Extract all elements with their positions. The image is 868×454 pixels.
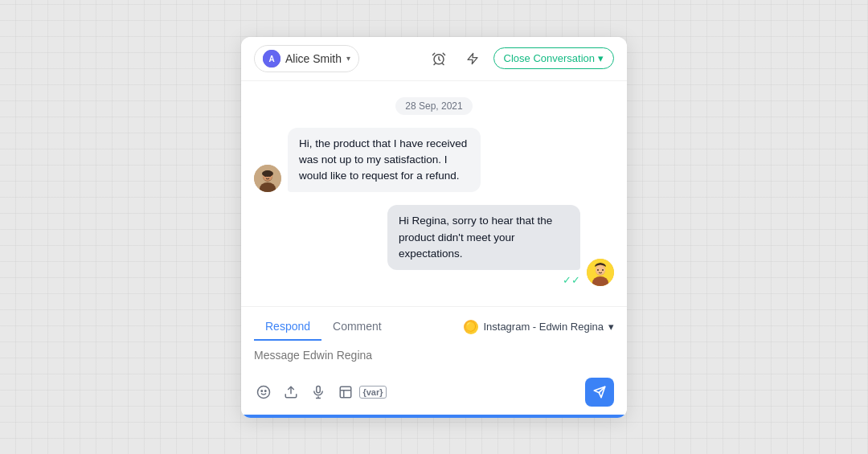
var-label: {var}	[359, 386, 386, 399]
message-row: Hi, the product that I have received was…	[254, 128, 614, 193]
contact-avatar-small: A	[263, 50, 280, 67]
bolt-icon[interactable]	[460, 46, 485, 72]
channel-selector[interactable]: 🟡 Instagram - Edwin Regina ▾	[464, 320, 614, 334]
svg-point-19	[265, 390, 267, 391]
chat-window: A Alice Smith ▾	[241, 37, 627, 418]
mic-icon[interactable]	[309, 382, 328, 402]
toolbar-row: {var}	[241, 373, 627, 415]
svg-point-8	[262, 170, 273, 177]
send-button[interactable]	[585, 378, 614, 407]
header-left: A Alice Smith ▾	[254, 45, 359, 72]
bottom-bar	[241, 415, 627, 418]
header-right: Close Conversation ▾	[426, 46, 614, 72]
channel-chevron-icon: ▾	[608, 321, 614, 333]
svg-rect-21	[317, 386, 321, 392]
incoming-message-bubble: Hi, the product that I have received was…	[288, 128, 481, 193]
tab-comment[interactable]: Comment	[321, 313, 393, 341]
svg-point-16	[602, 269, 604, 271]
message-row-outgoing: Hi Regina, sorry to hear that the produc…	[254, 205, 614, 286]
alarm-icon[interactable]	[426, 46, 452, 72]
close-conversation-button[interactable]: Close Conversation ▾	[493, 47, 614, 69]
date-divider: 28 Sep, 2021	[254, 97, 614, 115]
incoming-message-text: Hi, the product that I have received was…	[299, 137, 467, 182]
close-conversation-label: Close Conversation	[504, 52, 595, 64]
date-badge: 28 Sep, 2021	[395, 97, 472, 115]
outgoing-avatar	[587, 259, 614, 286]
emoji-icon[interactable]	[254, 382, 273, 402]
contact-selector[interactable]: A Alice Smith ▾	[254, 45, 359, 72]
chat-header: A Alice Smith ▾	[241, 37, 627, 81]
channel-label: Instagram - Edwin Regina	[483, 321, 604, 333]
var-icon[interactable]: {var}	[363, 382, 383, 402]
messages-area: 28 Sep, 2021 Hi, the product that I have…	[241, 81, 627, 306]
svg-point-18	[261, 390, 263, 391]
read-receipts: ✓✓	[563, 274, 580, 286]
message-input[interactable]	[254, 347, 614, 366]
svg-point-15	[597, 269, 599, 271]
outgoing-message-text: Hi Regina, sorry to hear that the produc…	[399, 215, 552, 260]
svg-rect-24	[340, 387, 351, 398]
contact-name: Alice Smith	[285, 52, 342, 65]
chevron-down-icon: ▾	[346, 54, 350, 63]
double-check-icon: ✓✓	[563, 274, 580, 286]
svg-point-17	[258, 386, 270, 398]
template-icon[interactable]	[336, 382, 355, 402]
tabs-row: Respond Comment 🟡 Instagram - Edwin Regi…	[241, 307, 627, 341]
tab-respond[interactable]: Respond	[254, 313, 321, 341]
tabs-left: Respond Comment	[254, 313, 393, 341]
svg-point-10	[269, 175, 271, 177]
message-input-area	[241, 341, 627, 373]
svg-text:A: A	[268, 55, 274, 63]
attach-icon[interactable]	[281, 382, 301, 402]
outgoing-message-bubble: Hi Regina, sorry to hear that the produc…	[387, 205, 580, 270]
channel-icon: 🟡	[464, 320, 478, 334]
close-chevron-icon: ▾	[598, 52, 604, 64]
incoming-avatar	[254, 165, 281, 192]
toolbar-left: {var}	[254, 382, 383, 402]
chat-footer: Respond Comment 🟡 Instagram - Edwin Regi…	[241, 306, 627, 418]
svg-point-9	[264, 175, 266, 177]
svg-marker-3	[468, 53, 477, 63]
